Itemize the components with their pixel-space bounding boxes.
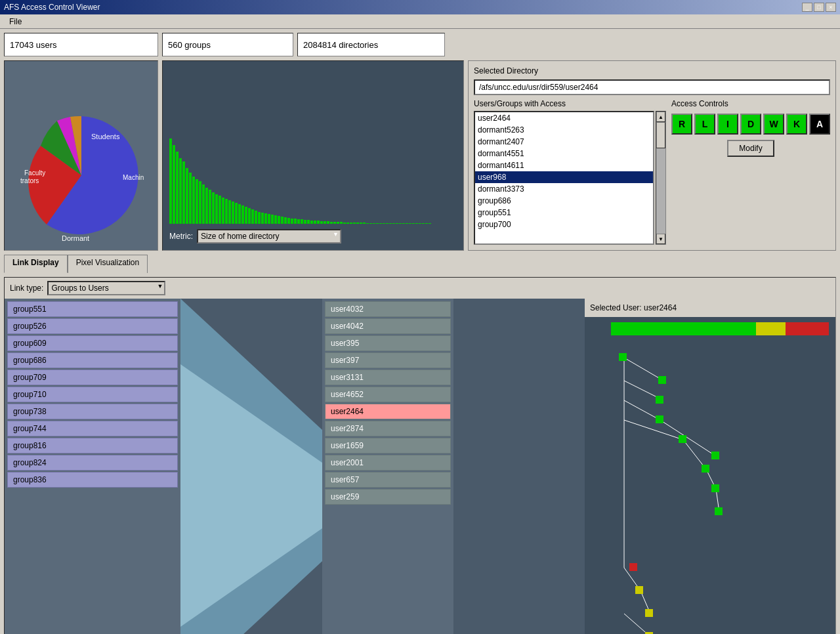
maximize-button[interactable]: □ bbox=[814, 3, 824, 12]
access-list[interactable]: user2464dormant5263dormant2407dormant455… bbox=[474, 111, 654, 245]
user-list-item[interactable]: user3131 bbox=[325, 370, 451, 385]
access-btn-l[interactable]: L bbox=[694, 114, 715, 135]
user-list-item[interactable]: user259 bbox=[325, 489, 451, 505]
scroll-track bbox=[656, 122, 665, 234]
link-type-select[interactable]: Groups to Users Users to Groups Groups t… bbox=[47, 281, 165, 295]
access-btn-a[interactable]: A bbox=[809, 114, 830, 135]
tree-section: Selected User: user2464 bbox=[585, 299, 835, 634]
selected-dir-section: Selected Directory Users/Groups with Acc… bbox=[468, 60, 836, 251]
user-list-item[interactable]: user1659 bbox=[325, 438, 451, 454]
funnel-svg bbox=[180, 299, 322, 634]
tab-link-display[interactable]: Link Display bbox=[4, 255, 68, 273]
list-item[interactable]: dormant5263 bbox=[475, 124, 653, 136]
bar bbox=[297, 219, 300, 224]
list-item[interactable]: dormant4611 bbox=[475, 159, 653, 171]
close-button[interactable]: × bbox=[826, 3, 836, 12]
group-list-item[interactable]: group609 bbox=[7, 335, 178, 351]
bar bbox=[337, 222, 339, 224]
user-list-item[interactable]: user4652 bbox=[325, 387, 451, 402]
bar bbox=[366, 223, 369, 224]
access-btn-r[interactable]: R bbox=[671, 114, 692, 135]
user-list-item[interactable]: user4032 bbox=[325, 301, 451, 317]
bar bbox=[264, 213, 267, 224]
user-list-item[interactable]: user397 bbox=[325, 352, 451, 368]
group-list-item[interactable]: group744 bbox=[7, 421, 178, 436]
group-list-item[interactable]: group824 bbox=[7, 455, 178, 471]
link-type-select-wrapper[interactable]: Groups to Users Users to Groups Groups t… bbox=[47, 281, 165, 295]
svg-line-3 bbox=[624, 358, 663, 381]
list-item[interactable]: group686 bbox=[475, 195, 653, 207]
bar bbox=[301, 219, 303, 224]
machin-label: Machin bbox=[123, 174, 144, 181]
access-btn-k[interactable]: K bbox=[786, 114, 807, 135]
modify-button[interactable]: Modify bbox=[727, 140, 774, 157]
metric-select-wrapper[interactable]: Size of home directory Number of files L… bbox=[197, 229, 341, 243]
group-list-item[interactable]: group526 bbox=[7, 318, 178, 334]
bar bbox=[320, 221, 323, 224]
bar bbox=[327, 221, 329, 224]
bar bbox=[379, 223, 382, 224]
group-list-item[interactable]: group738 bbox=[7, 404, 178, 419]
link-type-bar: Link type: Groups to Users Users to Grou… bbox=[5, 278, 835, 299]
tree-node-green-1 bbox=[619, 353, 627, 361]
list-item[interactable]: dormant3373 bbox=[475, 183, 653, 195]
user-list-item[interactable]: user657 bbox=[325, 472, 451, 488]
access-btn-w[interactable]: W bbox=[763, 114, 784, 135]
list-item[interactable]: user968 bbox=[475, 171, 653, 183]
bar bbox=[248, 208, 251, 224]
scroll-down-btn[interactable]: ▼ bbox=[656, 234, 665, 244]
access-controls-label: Access Controls bbox=[671, 99, 830, 108]
scroll-up-btn[interactable]: ▲ bbox=[656, 112, 665, 122]
tree-node-green-9 bbox=[715, 507, 723, 515]
user-list-item[interactable]: user4042 bbox=[325, 318, 451, 334]
list-item[interactable]: group700 bbox=[475, 219, 653, 230]
users-panel: user4032user4042user395user397user3131us… bbox=[322, 299, 453, 634]
scroll-thumb[interactable] bbox=[656, 122, 665, 148]
access-btn-i[interactable]: I bbox=[717, 114, 738, 135]
tree-node-green-4 bbox=[656, 415, 663, 423]
bar bbox=[425, 223, 428, 224]
bar bbox=[406, 223, 408, 224]
bar bbox=[399, 223, 402, 224]
tabs-row: Link Display Pixel Visualization bbox=[4, 255, 836, 273]
metric-label: Metric: bbox=[169, 232, 193, 241]
bar bbox=[333, 222, 336, 224]
user-list-item[interactable]: user395 bbox=[325, 335, 451, 351]
bar bbox=[176, 152, 178, 224]
group-list-item[interactable]: group816 bbox=[7, 438, 178, 454]
metric-select[interactable]: Size of home directory Number of files L… bbox=[197, 229, 341, 243]
access-controls-section: Access Controls R L I D W K A Modify bbox=[671, 99, 830, 245]
color-bar-yellow bbox=[756, 322, 785, 335]
bar bbox=[330, 222, 333, 224]
main-content: 17043 users 560 groups 2084814 directori… bbox=[0, 29, 840, 634]
bar bbox=[232, 201, 234, 224]
bar bbox=[314, 221, 316, 224]
group-list-item[interactable]: group709 bbox=[7, 370, 178, 385]
empty-middle bbox=[453, 299, 585, 634]
file-menu[interactable]: File bbox=[4, 16, 27, 28]
user-list-item[interactable]: user2001 bbox=[325, 455, 451, 471]
group-list-item[interactable]: group551 bbox=[7, 301, 178, 317]
bar bbox=[271, 215, 274, 224]
user-list-item[interactable]: user2874 bbox=[325, 421, 451, 436]
list-item[interactable]: dormant4551 bbox=[475, 148, 653, 159]
bar bbox=[343, 222, 346, 224]
group-list-item[interactable]: group686 bbox=[7, 352, 178, 368]
list-item[interactable]: group551 bbox=[475, 207, 653, 219]
bar bbox=[291, 219, 293, 224]
group-list-item[interactable]: group836 bbox=[7, 472, 178, 488]
bar bbox=[225, 199, 228, 224]
list-item[interactable]: user2464 bbox=[475, 112, 653, 124]
tree-svg bbox=[585, 338, 835, 634]
tab-pixel-visualization[interactable]: Pixel Visualization bbox=[68, 255, 148, 273]
access-list-scrollbar[interactable]: ▲ ▼ bbox=[656, 111, 666, 245]
access-btn-d[interactable]: D bbox=[740, 114, 761, 135]
user-list-item[interactable]: user2464 bbox=[325, 404, 451, 419]
bar bbox=[317, 221, 320, 224]
directory-path-input[interactable] bbox=[474, 79, 830, 95]
group-list-item[interactable]: group710 bbox=[7, 387, 178, 402]
list-item[interactable]: dormant2407 bbox=[475, 136, 653, 148]
minimize-button[interactable]: _ bbox=[802, 3, 812, 12]
users-stat: 17043 users bbox=[4, 33, 158, 56]
window-controls[interactable]: _ □ × bbox=[802, 3, 836, 12]
